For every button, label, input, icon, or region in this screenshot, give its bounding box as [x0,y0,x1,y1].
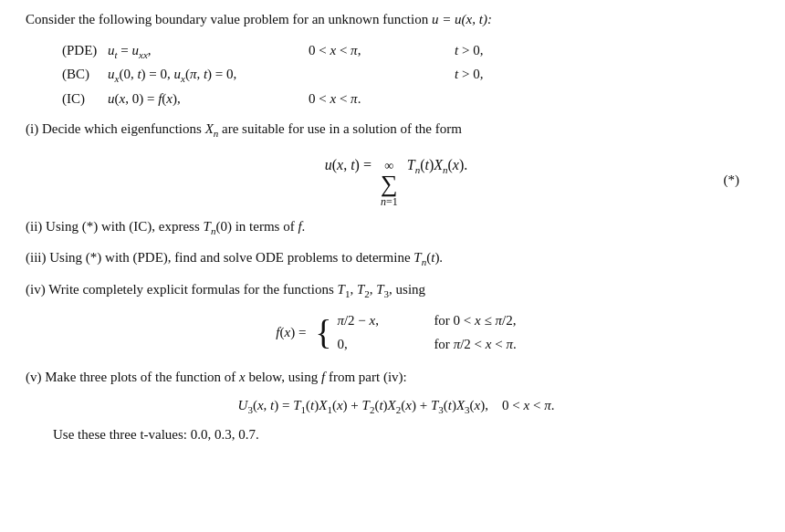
part-iii: (iii) Using (*) with (PDE), find and sol… [26,247,767,270]
part-iv-text: Write completely explicit formulas for t… [48,282,425,297]
sum-rhs: Tn(t)Xn(x). [403,157,468,172]
part-i: (i) Decide which eigenfunctions Xn are s… [26,119,767,141]
piecewise-inner: f(x) = { π/2 − x, for 0 < x ≤ π/2, 0, fo… [276,310,516,354]
pde-label: (PDE) [62,39,108,64]
part-iv: (iv) Write completely explicit formulas … [26,279,767,302]
sigma-symbol: ∞ ∑ n=1 [381,160,398,207]
part-v-label: (v) [26,370,42,384]
ic-cond1: 0 < x < π. [309,88,455,110]
case-2: 0, for π/2 < x < π. [337,334,516,355]
case-1-cond: for 0 < x ≤ π/2, [434,310,516,331]
case-2-expr: 0, [337,334,419,355]
part-v-text: Make three plots of the function of x be… [45,370,406,384]
star-reference: (*) [724,170,740,191]
part-i-label: (i) [26,121,38,136]
u3-eq: U3(x, t) = T1(t)X1(x) + T2(t)X2(x) + T3(… [238,398,492,412]
left-brace: { [315,315,331,349]
intro-line: Consider the following boundary value pr… [26,9,767,30]
part-iii-label: (iii) [26,250,47,265]
bc-cond1 [309,63,455,88]
sum-equation: u(x, t) = ∞ ∑ n=1 Tn(t)Xn(x). (*) [26,154,767,207]
part-iii-text: Using (*) with (PDE), find and solve ODE… [49,250,443,265]
ic-eq: u(x, 0) = f(x), [108,88,309,110]
case-1: π/2 − x, for 0 < x ≤ π/2, [337,310,516,331]
part-v: (v) Make three plots of the function of … [26,367,767,388]
piecewise-block: f(x) = { π/2 − x, for 0 < x ≤ π/2, 0, fo… [26,310,767,354]
pde-table: (PDE) ut = uxx, 0 < x < π, t > 0, (BC) u… [62,39,490,110]
part-ii-label: (ii) [26,219,42,234]
t-values-line: Use these three t-values: 0.0, 0.3, 0.7. [53,424,767,445]
sum-lhs: u(x, t) = [325,157,375,172]
case-1-expr: π/2 − x, [337,310,419,331]
ic-row: (IC) u(x, 0) = f(x), 0 < x < π. [62,88,490,110]
pde-cond1: 0 < x < π, [309,39,455,64]
piecewise-cases: π/2 − x, for 0 < x ≤ π/2, 0, for π/2 < x… [337,310,516,354]
u3-equation-block: U3(x, t) = T1(t)X1(x) + T2(t)X2(x) + T3(… [26,395,767,418]
fx-lhs: f(x) = [276,322,309,343]
sigma-char: ∑ [381,172,398,196]
sum-eq-content: u(x, t) = ∞ ∑ n=1 Tn(t)Xn(x). [325,154,468,207]
intro-text: Consider the following boundary value pr… [26,12,432,26]
part-ii: (ii) Using (*) with (IC), express Tn(0) … [26,216,767,239]
part-i-text: Decide which eigenfunctions Xn are suita… [42,121,462,136]
pde-cond2: t > 0, [455,39,490,64]
pde-row: (PDE) ut = uxx, 0 < x < π, t > 0, [62,39,490,64]
part-ii-text: Using (*) with (IC), express Tn(0) in te… [46,219,305,234]
ic-cond2 [455,88,490,110]
bc-eq: ux(0, t) = 0, ux(π, t) = 0, [108,63,309,88]
t-values-text: Use these three t-values: 0.0, 0.3, 0.7. [53,427,259,442]
bc-row: (BC) ux(0, t) = 0, ux(π, t) = 0, t > 0, [62,63,490,88]
part-iv-label: (iv) [26,282,46,297]
sigma-below: n=1 [381,196,398,207]
bc-cond2: t > 0, [455,63,490,88]
bc-label: (BC) [62,63,108,88]
pde-eq: ut = uxx, [108,39,309,64]
u3-cond: 0 < x < π. [492,398,555,412]
u-def: u = u(x, t): [432,12,492,26]
case-2-cond: for π/2 < x < π. [434,334,516,355]
ic-label: (IC) [62,88,108,110]
